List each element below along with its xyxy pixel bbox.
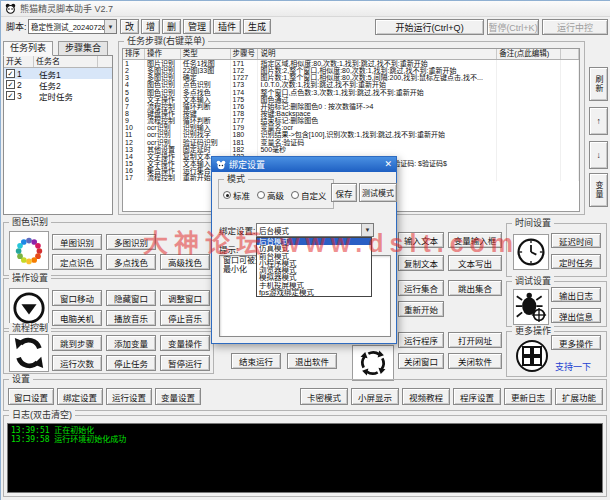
task-row[interactable]: ✓2任务2 [4, 79, 112, 90]
move-up-button[interactable]: ↑ [589, 107, 608, 135]
step-row[interactable]: 13其他设置固定延时182500毫秒 [123, 146, 579, 153]
settings-button[interactable]: 运行设置 [106, 388, 152, 405]
step-row[interactable]: 10ocr识别识别输入179变量名:ocr [123, 124, 579, 131]
toolbar-button[interactable]: 管理 [183, 19, 211, 34]
task-row[interactable]: ✓1任务1 [4, 68, 112, 79]
action-button[interactable]: 变量操作 [160, 335, 210, 351]
chevron-down-icon[interactable]: ▼ [361, 224, 373, 236]
action-button[interactable]: 定时任务 [551, 254, 601, 269]
task-checkbox[interactable]: ✓ [6, 69, 15, 78]
action-button[interactable]: 停止音乐 [160, 310, 210, 326]
action-button[interactable]: 暂停运行 [160, 355, 210, 371]
toolbar-button[interactable]: 插件 [213, 19, 241, 34]
dropdown-option[interactable]: 手机投屏模式 [257, 282, 371, 289]
task-checkbox[interactable]: ✓ [6, 80, 15, 89]
radio-custom[interactable]: 自定义 [291, 189, 327, 201]
step-row[interactable]: 6文字操作文本输入175图色通过 [123, 96, 579, 103]
close-icon[interactable]: ✕ [384, 158, 392, 171]
toolbar-button[interactable]: 改 [120, 19, 139, 34]
settings-button[interactable]: 扩展功能 [555, 388, 603, 405]
action-button[interactable]: 运行次数 [52, 355, 102, 371]
action-button[interactable]: 定点识色 [52, 254, 102, 270]
bind-mode-select[interactable]: 后台模式 ▼ [256, 223, 374, 237]
step-row[interactable]: 2多图识别22图|33图172图片数:2,整个窗口,相似度:80,次数:1,找到… [123, 67, 579, 74]
chevron-down-icon[interactable]: ▼ [104, 20, 116, 33]
dropdown-option[interactable]: 模拟器模式 [257, 274, 371, 281]
dropdown-option[interactable]: fps游戏绑定模式 [257, 289, 371, 296]
tab-task-list[interactable]: 任务列表 [3, 41, 53, 56]
step-row[interactable]: 1图片识别任务1找图171指定区域,相似度:80,次数:1,找到:跳过,找不到:… [123, 60, 579, 67]
action-button[interactable]: 跳到步骤 [52, 335, 102, 351]
action-button[interactable]: 文本写出 [448, 255, 502, 271]
action-button[interactable]: 退出软件 [287, 353, 337, 369]
variable-button[interactable]: 变量 [589, 173, 608, 207]
refresh-button[interactable]: 刷新 [589, 67, 608, 101]
task-checkbox[interactable]: ✓ [6, 91, 15, 100]
log-output[interactable]: 13:39:51 正在初始化13:39:58 运行环境初始化成功 [7, 423, 603, 493]
action-button[interactable]: 打开网址 [448, 332, 502, 348]
dropdown-option[interactable]: 小程序模式 [257, 260, 371, 267]
toolbar-button[interactable]: 生成 [243, 19, 271, 34]
action-button[interactable]: 输入文本 [398, 232, 444, 248]
action-button[interactable]: 调整窗口 [160, 290, 210, 306]
action-button[interactable]: 单图识别 [52, 234, 102, 250]
dropdown-option[interactable]: 前台模式 [257, 253, 371, 260]
action-button[interactable]: 多图识别 [106, 234, 156, 250]
radio-advanced[interactable]: 高级 [257, 189, 284, 201]
step-row[interactable]: 4图色识别点色识别173I.0.T.0,次数:1,找到:跳过,找不到:重新开始 [123, 81, 579, 88]
action-button[interactable]: 多点找色 [106, 254, 156, 270]
run-button[interactable]: 开始运行(Ctrl+Q) [375, 19, 484, 35]
action-button[interactable]: 跳出集合 [448, 280, 502, 296]
action-button[interactable]: 复制文本 [398, 255, 444, 271]
step-row[interactable]: 9流程控制循环判断177结束标记:删除图色 [123, 117, 579, 124]
action-button[interactable]: 输出日志 [551, 287, 601, 302]
step-row[interactable]: 12ocr识别验证码识别181变量名:验证码 [123, 139, 579, 146]
dropdown-option[interactable]: 仿真模式 [257, 245, 371, 252]
action-button[interactable]: 添加变量 [106, 335, 156, 351]
action-button[interactable]: 弹出信息 [551, 308, 601, 323]
step-row[interactable]: 8键盘操作按键178按键:Backspace [123, 110, 579, 117]
dialog-title-bar[interactable]: 绑定设置 ✕ [212, 157, 396, 172]
run-control-button[interactable]: 运行中控 [542, 19, 608, 35]
action-button[interactable]: 关闭软件 [448, 353, 502, 369]
settings-button[interactable]: 变量设置 [155, 388, 201, 405]
action-button[interactable]: 重新开始 [398, 301, 444, 317]
pause-button[interactable]: 暂停(Ctrl+K) [487, 19, 539, 35]
settings-button[interactable]: 窗口设置 [8, 388, 54, 405]
action-button[interactable]: 停止任务 [106, 355, 156, 371]
dropdown-option[interactable]: 后台模式 [257, 238, 371, 245]
support-link[interactable]: 支持一下 [555, 360, 591, 373]
toolbar-button[interactable]: 删 [162, 19, 181, 34]
settings-button[interactable]: 绑定设置 [57, 388, 103, 405]
settings-button[interactable]: 更新日志 [504, 388, 552, 405]
toolbar-button[interactable]: 增 [141, 19, 160, 34]
action-button[interactable]: 延迟时间 [551, 233, 601, 248]
radio-standard[interactable]: 标准 [223, 189, 250, 201]
script-select[interactable]: 稳定性测试_20240726191919 ▼ [28, 19, 117, 34]
save-button[interactable]: 保存 [331, 183, 357, 202]
action-button[interactable]: 运行集合 [398, 280, 444, 296]
action-button[interactable]: 变量输入框 [448, 232, 502, 248]
action-button[interactable]: 隐藏窗口 [106, 290, 156, 306]
step-row[interactable]: 3多图识别确定1727图片数:1,整个窗口,相似度:80,次数:5,间隔:200… [123, 74, 579, 81]
tab-step-collection[interactable]: 步骤集合 [58, 41, 108, 56]
action-button[interactable]: 窗口移动 [52, 290, 102, 306]
more-actions-button[interactable]: 更多操作 [551, 335, 601, 350]
settings-button[interactable]: 程序设置 [453, 388, 501, 405]
step-row[interactable]: 7流程控制循环判断176开始标记:删除图色0 : 按次数循环->4 [123, 103, 579, 110]
task-row[interactable]: ✓3定时任务 [4, 90, 112, 101]
settings-button[interactable]: 卡密模式 [300, 388, 348, 405]
action-button[interactable]: 结束运行 [231, 353, 281, 369]
settings-button[interactable]: 视频教程 [402, 388, 450, 405]
settings-button[interactable]: 小屏显示 [351, 388, 399, 405]
action-button[interactable]: 播放音乐 [106, 310, 156, 326]
move-down-button[interactable]: ↓ [589, 141, 608, 169]
dropdown-option[interactable]: 浏览器模式 [257, 267, 371, 274]
step-row[interactable]: 5图色识别多点找色174整个窗口,点色数:3,次数:1,找到:跳过,找不到:重新… [123, 89, 579, 96]
action-button[interactable]: 电脑关机 [52, 310, 102, 326]
action-button[interactable]: 运行程序 [398, 332, 444, 348]
step-row[interactable]: 11ocr识别识别找字180识别结果->包含[100],识别次数:1,找到:跳过… [123, 131, 579, 138]
action-button[interactable]: 关闭窗口 [398, 353, 444, 369]
test-mode-button[interactable]: 测试模式 [359, 183, 397, 202]
action-button[interactable]: 高级找色 [160, 254, 210, 270]
